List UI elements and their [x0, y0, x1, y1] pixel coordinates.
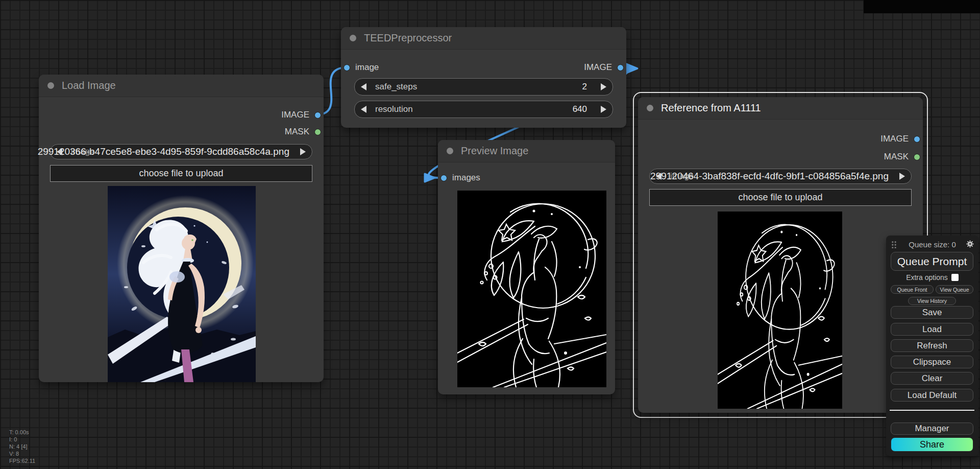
output-slot-label: IMAGE [584, 62, 612, 73]
output-slot-image: IMAGE [584, 61, 624, 74]
image-output-dot[interactable] [617, 64, 624, 71]
node-title: Reference from A1111 [661, 102, 761, 114]
manager-button[interactable]: Manager [891, 423, 973, 435]
widget-value: 2 [582, 82, 587, 92]
image-output-dot[interactable] [914, 136, 920, 143]
node-reference-titlebar[interactable]: Reference from A1111 [638, 97, 923, 120]
queue-size-label: Queue size: 0 [909, 240, 956, 249]
reference-lineart-image [718, 212, 842, 409]
lineart-preview-image [718, 212, 842, 409]
combo-prev-arrow-icon[interactable] [57, 148, 62, 155]
menu-header: Queue size: 0 [886, 239, 978, 249]
clear-button[interactable]: Clear [891, 372, 973, 385]
refresh-button[interactable]: Refresh [891, 339, 973, 352]
node-collapse-dot-icon[interactable] [447, 148, 453, 154]
canvas-perf-stats: T: 0.00s I: 0 N: 4 [4] V: 8 FPS:62.11 [9, 429, 35, 464]
extra-options-row: Extra options [886, 273, 978, 282]
safe-steps-widget[interactable]: safe_steps 2 [354, 78, 613, 96]
widget-label: resolution [375, 104, 413, 114]
image-input-dot[interactable] [344, 64, 350, 71]
widget-decrement-arrow-icon[interactable] [361, 83, 366, 90]
widget-increment-arrow-icon[interactable] [601, 106, 606, 113]
node-collapse-dot-icon[interactable] [647, 105, 653, 111]
clipspace-button[interactable]: Clipspace [891, 356, 973, 368]
comfy-menu-panel: Queue size: 0 Queue Prompt Extra optio [886, 236, 978, 456]
stat-version: V: 8 [9, 450, 35, 457]
node-load-image-titlebar[interactable]: Load Image [39, 75, 324, 97]
node-load-image[interactable]: Load Image IMAGE MASK image 299120366-b4… [39, 75, 324, 382]
anime-preview-image [108, 186, 256, 382]
image-output-dot[interactable] [314, 112, 321, 119]
node-teed-titlebar[interactable]: TEEDPreprocessor [341, 27, 626, 50]
extra-options-label: Extra options [906, 273, 948, 282]
output-slot-label: IMAGE [281, 110, 309, 120]
menu-divider [890, 410, 974, 411]
input-slot-label: images [452, 173, 480, 183]
extra-options-checkbox[interactable] [951, 274, 959, 281]
mask-output-dot[interactable] [914, 154, 920, 160]
combo-value: 299120464-3baf838f-ecfd-4dfc-9bf1-c08485… [650, 171, 889, 182]
node-preview-image[interactable]: Preview Image images [438, 140, 615, 394]
widget-value: 640 [573, 104, 587, 114]
save-button[interactable]: Save [891, 306, 973, 319]
output-slot-mask: MASK [884, 150, 920, 163]
combo-value: 299120366-b47ce5e8-ebe3-4d95-859f-9cdd86… [38, 146, 289, 157]
queue-front-button[interactable]: Queue Front [891, 285, 934, 294]
preview-lineart-image [457, 191, 606, 387]
choose-file-button[interactable]: choose file to upload [50, 165, 312, 182]
view-queue-button[interactable]: View Queue [936, 285, 973, 294]
node-reference-from-a1111[interactable]: Reference from A1111 IMAGE MASK image 29… [638, 97, 923, 413]
combo-next-arrow-icon[interactable] [300, 148, 306, 155]
share-button[interactable]: Share [891, 437, 973, 452]
node-collapse-dot-icon[interactable] [47, 82, 54, 89]
output-slot-image: IMAGE [880, 132, 920, 146]
node-title: Preview Image [461, 145, 528, 157]
resolution-widget[interactable]: resolution 640 [354, 101, 613, 118]
choose-file-button[interactable]: choose file to upload [649, 189, 912, 206]
widget-decrement-arrow-icon[interactable] [361, 106, 366, 113]
node-teed-preprocessor[interactable]: TEEDPreprocessor image IMAGE safe_steps … [341, 27, 626, 128]
combo-next-arrow-icon[interactable] [899, 173, 905, 180]
output-slot-label: IMAGE [880, 134, 909, 144]
lineart-preview-image [457, 191, 606, 387]
images-input-dot[interactable] [440, 175, 447, 181]
output-slot-label: MASK [285, 127, 309, 137]
stat-fps: FPS:62.11 [9, 457, 35, 464]
node-collapse-dot-icon[interactable] [350, 35, 356, 41]
stat-nodes: N: 4 [4] [9, 443, 35, 450]
drag-handle-icon[interactable] [891, 241, 897, 248]
combo-prev-arrow-icon[interactable] [656, 173, 662, 180]
node-title: Load Image [62, 80, 116, 91]
queue-prompt-button[interactable]: Queue Prompt [891, 252, 973, 271]
load-button[interactable]: Load [891, 323, 973, 336]
node-title: TEEDPreprocessor [364, 32, 452, 44]
loaded-image-preview [108, 186, 256, 382]
widget-label: safe_steps [375, 82, 417, 92]
output-slot-mask: MASK [285, 125, 321, 138]
mask-output-dot[interactable] [314, 129, 321, 135]
view-history-button[interactable]: View History [908, 297, 956, 305]
stat-iterations: I: 0 [9, 436, 35, 443]
node-preview-titlebar[interactable]: Preview Image [438, 140, 615, 162]
top-right-black-panel [864, 0, 980, 13]
widget-increment-arrow-icon[interactable] [601, 83, 606, 90]
load-default-button[interactable]: Load Default [891, 389, 973, 402]
input-slot-image: image [344, 61, 379, 74]
image-file-combo[interactable]: image 299120464-3baf838f-ecfd-4dfc-9bf1-… [649, 169, 912, 184]
settings-gear-icon[interactable] [966, 240, 974, 250]
output-slot-label: MASK [884, 152, 909, 162]
output-slot-image: IMAGE [281, 108, 321, 122]
image-file-combo[interactable]: image 299120366-b47ce5e8-ebe3-4d95-859f-… [50, 144, 312, 159]
input-slot-images: images [440, 171, 480, 184]
input-slot-label: image [355, 62, 379, 73]
stat-time: T: 0.00s [9, 429, 35, 436]
